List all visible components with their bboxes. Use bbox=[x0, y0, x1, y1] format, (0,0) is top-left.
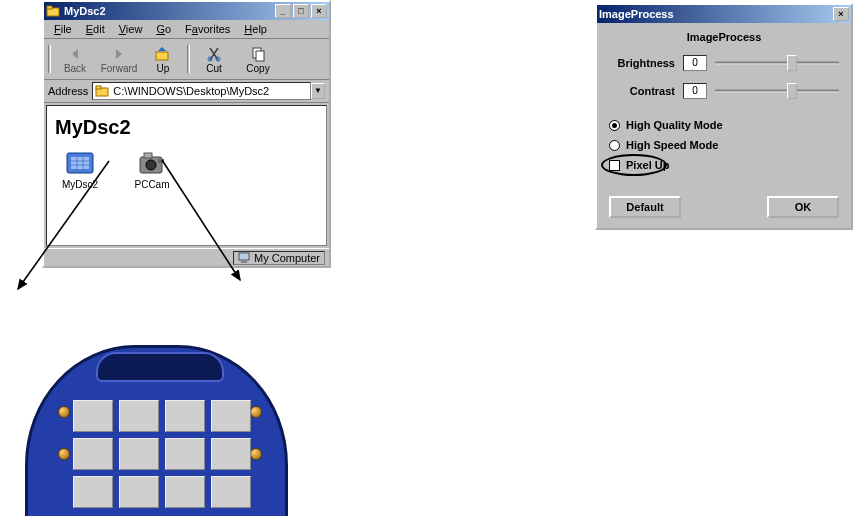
menu-go[interactable]: Go bbox=[150, 22, 177, 36]
back-button[interactable]: Back bbox=[53, 41, 97, 77]
brightness-label: Brightness bbox=[609, 57, 675, 69]
radio-high-speed[interactable]: High Speed Mode bbox=[609, 139, 839, 151]
brightness-value: 0 bbox=[683, 55, 707, 71]
item-pccam[interactable]: PCCam bbox=[125, 147, 179, 190]
device-led bbox=[250, 406, 262, 418]
annotation-circle bbox=[601, 154, 667, 176]
device-image bbox=[25, 345, 288, 516]
brightness-row: Brightness 0 bbox=[609, 53, 839, 73]
menu-help[interactable]: Help bbox=[238, 22, 273, 36]
contrast-value: 0 bbox=[683, 83, 707, 99]
toolbar-grip bbox=[48, 45, 51, 73]
device-led bbox=[250, 448, 262, 460]
contrast-row: Contrast 0 bbox=[609, 81, 839, 101]
arrow-right-icon bbox=[110, 45, 128, 63]
device-led bbox=[58, 448, 70, 460]
default-button[interactable]: Default bbox=[609, 196, 681, 218]
radio-icon bbox=[609, 140, 620, 151]
explorer-window: MyDsc2 _ □ × File Edit View Go Favorites… bbox=[42, 0, 331, 268]
device-pad-button[interactable] bbox=[165, 400, 205, 432]
address-bar: Address C:\WINDOWS\Desktop\MyDsc2 ▼ bbox=[44, 80, 329, 103]
statusbar: My Computer bbox=[44, 248, 329, 266]
arrow-left-icon bbox=[66, 45, 84, 63]
device-pad-button[interactable] bbox=[165, 476, 205, 508]
slider-thumb[interactable] bbox=[787, 55, 797, 71]
radio-label: High Quality Mode bbox=[626, 119, 723, 131]
device-pad-button[interactable] bbox=[73, 438, 113, 470]
brightness-slider[interactable] bbox=[715, 53, 839, 73]
device-pad-button[interactable] bbox=[73, 476, 113, 508]
menu-view[interactable]: View bbox=[113, 22, 149, 36]
device-led bbox=[58, 406, 70, 418]
svg-rect-8 bbox=[96, 86, 101, 89]
svg-rect-2 bbox=[156, 52, 168, 60]
menu-edit[interactable]: Edit bbox=[80, 22, 111, 36]
folder-icon bbox=[46, 4, 60, 18]
camera-icon bbox=[136, 147, 168, 179]
dialog-caption: ImageProcess bbox=[609, 31, 839, 43]
device-pad-button[interactable] bbox=[211, 400, 251, 432]
copy-button[interactable]: Copy bbox=[236, 41, 280, 77]
status-pane: My Computer bbox=[233, 251, 325, 265]
copy-icon bbox=[249, 45, 267, 63]
device-pad-button[interactable] bbox=[211, 476, 251, 508]
address-label: Address bbox=[48, 85, 88, 97]
checkbox-pixel-up[interactable]: Pixel Up bbox=[609, 159, 839, 171]
device-pad-button[interactable] bbox=[119, 438, 159, 470]
scissors-icon bbox=[205, 45, 223, 63]
contrast-slider[interactable] bbox=[715, 81, 839, 101]
up-button[interactable]: Up bbox=[141, 41, 185, 77]
contrast-label: Contrast bbox=[609, 85, 675, 97]
imageprocess-dialog: ImageProcess × ImageProcess Brightness 0… bbox=[595, 3, 853, 230]
dialog-title: ImageProcess bbox=[599, 8, 833, 20]
toolbar-separator bbox=[187, 45, 190, 73]
radio-high-quality[interactable]: High Quality Mode bbox=[609, 119, 839, 131]
svg-rect-14 bbox=[158, 159, 164, 163]
svg-rect-13 bbox=[144, 153, 152, 158]
svg-rect-10 bbox=[71, 157, 89, 169]
device-pad-button[interactable] bbox=[211, 438, 251, 470]
folder-content[interactable]: MyDsc2 MyDsc2 PCCam bbox=[46, 105, 327, 246]
close-button[interactable]: × bbox=[311, 4, 327, 18]
minimize-button[interactable]: _ bbox=[275, 4, 291, 18]
menu-file[interactable]: File bbox=[48, 22, 78, 36]
item-label: MyDsc2 bbox=[62, 179, 98, 190]
item-mydsc2[interactable]: MyDsc2 bbox=[53, 147, 107, 190]
twain-icon bbox=[64, 147, 96, 179]
toolbar: Back Forward Up Cut Copy bbox=[44, 39, 329, 80]
slider-thumb[interactable] bbox=[787, 83, 797, 99]
radio-label: High Speed Mode bbox=[626, 139, 718, 151]
dialog-close-button[interactable]: × bbox=[833, 7, 849, 21]
my-computer-icon bbox=[238, 252, 250, 264]
item-label: PCCam bbox=[134, 179, 169, 190]
window-title: MyDsc2 bbox=[64, 5, 275, 17]
radio-icon bbox=[609, 120, 620, 131]
forward-button[interactable]: Forward bbox=[97, 41, 141, 77]
svg-point-12 bbox=[146, 160, 156, 170]
svg-rect-6 bbox=[256, 51, 264, 61]
status-text: My Computer bbox=[254, 252, 320, 264]
address-dropdown[interactable]: ▼ bbox=[311, 83, 325, 99]
folder-up-icon bbox=[154, 45, 172, 63]
device-pad-button[interactable] bbox=[119, 400, 159, 432]
device-display bbox=[96, 352, 224, 382]
device-pad-button[interactable] bbox=[165, 438, 205, 470]
maximize-button[interactable]: □ bbox=[293, 4, 309, 18]
svg-rect-1 bbox=[47, 6, 52, 9]
address-path: C:\WINDOWS\Desktop\MyDsc2 bbox=[113, 85, 269, 97]
device-pad-button[interactable] bbox=[73, 400, 113, 432]
svg-rect-16 bbox=[241, 261, 247, 263]
menubar: File Edit View Go Favorites Help bbox=[44, 20, 329, 39]
titlebar[interactable]: MyDsc2 _ □ × bbox=[44, 2, 329, 20]
device-button-grid bbox=[73, 400, 251, 508]
device-pad-button[interactable] bbox=[119, 476, 159, 508]
svg-rect-15 bbox=[239, 253, 249, 260]
folder-icon bbox=[95, 84, 109, 98]
dialog-titlebar[interactable]: ImageProcess × bbox=[597, 5, 851, 23]
ok-button[interactable]: OK bbox=[767, 196, 839, 218]
address-field[interactable]: C:\WINDOWS\Desktop\MyDsc2 bbox=[92, 82, 311, 100]
menu-favorites[interactable]: Favorites bbox=[179, 22, 236, 36]
content-title: MyDsc2 bbox=[55, 116, 318, 139]
cut-button[interactable]: Cut bbox=[192, 41, 236, 77]
